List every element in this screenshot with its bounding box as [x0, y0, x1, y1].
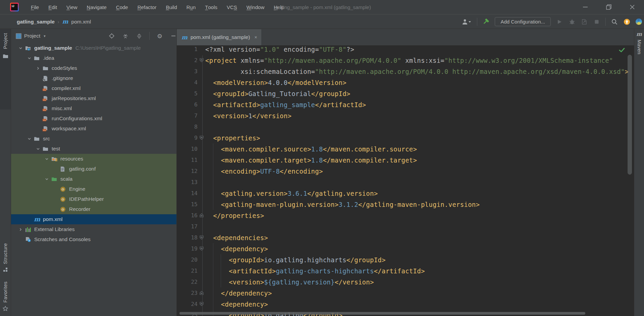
tree-item-engine[interactable]: OEngine — [11, 184, 176, 194]
fold-end-icon[interactable] — [198, 291, 205, 295]
menu-item-tools[interactable]: Tools — [200, 0, 222, 14]
code-line-17[interactable]: 17 — [177, 221, 634, 232]
tree-item-workspace-xml[interactable]: <>workspace.xml — [11, 124, 176, 134]
menu-item-window[interactable]: Window — [242, 0, 269, 14]
tree-item-recorder[interactable]: ORecorder — [11, 204, 176, 214]
expand-all-icon[interactable] — [122, 32, 129, 40]
run-with-coverage-icon[interactable] — [581, 18, 588, 26]
tree-item-pom-xml[interactable]: mpom.xml — [11, 214, 176, 224]
code-line-1[interactable]: 1<?xml version="1.0" encoding="UTF-8"?> — [177, 45, 634, 55]
build-hammer-icon[interactable] — [482, 18, 490, 26]
tree-item-runconfigurations-xml[interactable]: <>runConfigurations.xml — [11, 114, 176, 124]
chevron-down-icon[interactable] — [42, 177, 51, 181]
fold-collapse-icon[interactable] — [198, 58, 205, 62]
tree-item-codestyles[interactable]: codeStyles — [11, 63, 176, 73]
close-button[interactable] — [621, 0, 644, 14]
code-line-5[interactable]: 5 <groupId>Gatling_Tutorial</groupId> — [177, 88, 634, 99]
code-line-15[interactable]: 15 <gatling-maven-plugin.version>3.1.2</… — [177, 199, 634, 210]
toolwindow-button-favorites[interactable]: Favorites — [0, 281, 11, 311]
user-account-icon[interactable] — [461, 18, 472, 26]
code-line-13[interactable]: 13 — [177, 177, 634, 188]
code-line-4[interactable]: 4 <modelVersion>4.0.0</modelVersion> — [177, 77, 634, 88]
menu-item-code[interactable]: Code — [111, 0, 133, 14]
code-line-14[interactable]: 14 <gatling.version>3.6.1</gatling.versi… — [177, 188, 634, 199]
vertical-scrollbar-thumb[interactable] — [628, 55, 632, 175]
tree-item-gatling-conf[interactable]: gatling.conf — [11, 164, 176, 174]
chevron-right-icon[interactable] — [33, 66, 43, 71]
tree-item-resources[interactable]: resources — [11, 154, 176, 164]
tree-item--idea[interactable]: .idea — [11, 53, 176, 63]
menu-item-refactor[interactable]: Refactor — [133, 0, 161, 14]
tree-item-misc-xml[interactable]: <>misc.xml — [11, 103, 176, 114]
tab-pom-xml[interactable]: m pom.xml (gatling_sample) × — [177, 29, 261, 45]
code-line-3[interactable]: 3 xsi:schemaLocation="http://maven.apach… — [177, 66, 634, 77]
globe-icon[interactable] — [636, 18, 642, 25]
locate-file-icon[interactable] — [108, 32, 115, 40]
tree-item-external-libraries[interactable]: External Libraries — [11, 224, 176, 234]
code-line-2[interactable]: 2<project xmlns="http://maven.apache.org… — [177, 55, 634, 66]
code-line-16[interactable]: 16 </properties> — [177, 210, 634, 221]
breadcrumb-file[interactable]: pom.xml — [71, 19, 91, 25]
updates-available-icon[interactable] — [623, 18, 631, 26]
fold-collapse-icon[interactable] — [198, 246, 205, 251]
code-line-11[interactable]: 11 <maven.compiler.target>1.8</maven.com… — [177, 154, 634, 166]
menu-item-build[interactable]: Build — [161, 0, 181, 14]
code-line-7[interactable]: 7 <version>1</version> — [177, 110, 634, 121]
tree-item--gitignore[interactable]: .gitignore — [11, 73, 176, 83]
toolwindow-button-project[interactable]: Project — [0, 29, 11, 109]
hide-panel-icon[interactable] — [170, 32, 177, 40]
project-view-selector[interactable]: Project ▾ — [16, 33, 46, 39]
breadcrumb-project[interactable]: gatling_sample — [17, 19, 55, 25]
code-line-10[interactable]: 10 <maven.compiler.source>1.8</maven.com… — [177, 143, 634, 154]
chevron-right-icon[interactable] — [16, 227, 25, 232]
collapse-all-icon[interactable] — [136, 32, 143, 40]
code-line-22[interactable]: 22 <version>${gatling.version}</version> — [177, 276, 634, 287]
chevron-down-icon[interactable] — [42, 157, 51, 161]
tree-item-scratches-and-consoles[interactable]: Scratches and Consoles — [11, 234, 176, 244]
stop-icon[interactable] — [593, 18, 600, 26]
code-line-12[interactable]: 12 <encoding>UTF-8</encoding> — [177, 166, 634, 177]
close-tab-icon[interactable]: × — [254, 35, 257, 40]
tree-item-idepathhelper[interactable]: OIDEPathHelper — [11, 194, 176, 204]
tree-item-compiler-xml[interactable]: <>compiler.xml — [11, 83, 176, 93]
chevron-down-icon[interactable] — [24, 137, 34, 141]
code-line-18[interactable]: 18 <dependencies> — [177, 232, 634, 243]
minimize-button[interactable] — [574, 0, 597, 14]
chevron-down-icon[interactable] — [33, 147, 43, 151]
menu-item-view[interactable]: View — [62, 0, 82, 14]
horizontal-scrollbar-thumb[interactable] — [179, 312, 585, 315]
settings-gear-icon[interactable]: ⚙ — [156, 32, 163, 40]
code-line-20[interactable]: 20 <groupId>io.gatling.highcharts</group… — [177, 254, 634, 265]
inspections-ok-icon[interactable] — [619, 47, 625, 53]
menu-item-vcs[interactable]: VCS — [222, 0, 242, 14]
add-configuration-button[interactable]: Add Configuration... — [495, 17, 551, 26]
code-line-23[interactable]: 23 </dependency> — [177, 287, 634, 299]
menu-item-edit[interactable]: Edit — [44, 0, 62, 14]
tree-item-src[interactable]: src — [11, 134, 176, 144]
toolwindow-button-structure[interactable]: Structure — [0, 243, 11, 272]
menu-item-navigate[interactable]: Navigate — [82, 0, 111, 14]
fold-collapse-icon[interactable] — [198, 235, 205, 240]
chevron-down-icon[interactable] — [24, 56, 34, 60]
fold-collapse-icon[interactable] — [198, 136, 205, 140]
restore-button[interactable] — [597, 0, 621, 14]
search-everywhere-icon[interactable] — [611, 18, 618, 26]
code-line-9[interactable]: 9 <properties> — [177, 132, 634, 143]
fold-collapse-icon[interactable] — [198, 302, 205, 306]
toolwindow-button-maven[interactable]: m Maven — [634, 32, 644, 54]
code-line-24[interactable]: 24 <dependency> — [177, 299, 634, 310]
tree-item-scala[interactable]: scala — [11, 174, 176, 184]
tree-item-gatling-sample[interactable]: gatling_sampleC:\Users\HP\gatling_sample — [11, 43, 176, 53]
menu-item-file[interactable]: File — [26, 0, 44, 14]
code-line-19[interactable]: 19 <dependency> — [177, 243, 634, 254]
code-line-21[interactable]: 21 <artifactId>gatling-charts-highcharts… — [177, 265, 634, 276]
code-editor[interactable]: 1<?xml version="1.0" encoding="UTF-8"?>2… — [177, 45, 634, 316]
code-line-6[interactable]: 6 <artifactId>gatling_sample</artifactId… — [177, 99, 634, 110]
chevron-down-icon[interactable] — [16, 46, 25, 50]
fold-end-icon[interactable] — [198, 213, 205, 218]
menu-item-run[interactable]: Run — [182, 0, 201, 14]
run-icon[interactable] — [556, 18, 563, 26]
code-line-8[interactable]: 8 — [177, 121, 634, 132]
debug-icon[interactable] — [568, 18, 576, 26]
tree-item-test[interactable]: test — [11, 144, 176, 154]
